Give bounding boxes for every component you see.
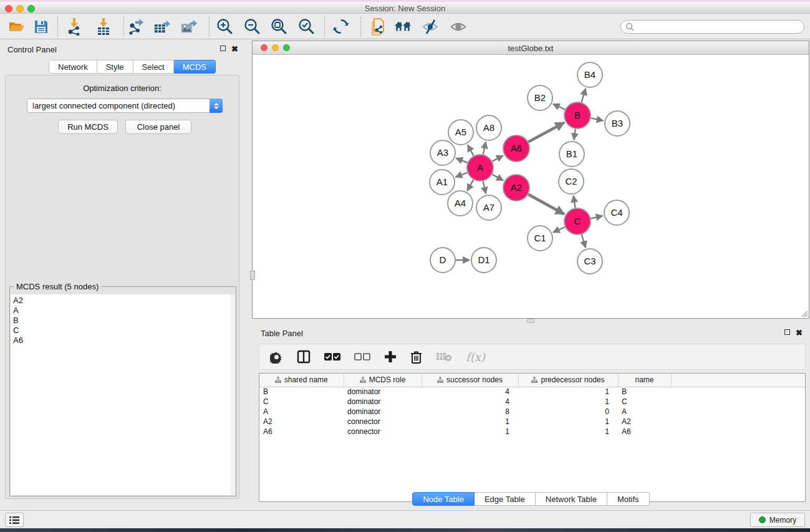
save-session-icon[interactable]: [32, 18, 50, 36]
table-cell[interactable]: A: [618, 407, 671, 417]
table-cell[interactable]: 1: [518, 427, 618, 437]
zoom-fit-icon[interactable]: [270, 18, 287, 36]
settings-gear-icon[interactable]: [270, 351, 283, 364]
graph-edge-B-B4[interactable]: [581, 89, 586, 102]
graph-edge-A-A2[interactable]: [492, 175, 503, 181]
float-panel-icon[interactable]: [220, 46, 226, 51]
network-window-titlebar[interactable]: testGlobe.txt: [253, 41, 809, 55]
mcds-result-item[interactable]: A6: [13, 336, 231, 346]
table-cell[interactable]: 4: [422, 387, 518, 397]
graph-edge-A-A5[interactable]: [468, 145, 474, 155]
table-cell[interactable]: A6: [259, 427, 344, 437]
table-cell[interactable]: connector: [344, 417, 422, 427]
table-cell[interactable]: 8: [422, 407, 518, 417]
memory-button[interactable]: Memory: [750, 513, 805, 527]
table-cell[interactable]: 0: [518, 407, 618, 417]
table-cell[interactable]: 1: [422, 427, 518, 437]
task-history-button[interactable]: [5, 513, 24, 527]
graph-edge-A-A1[interactable]: [456, 173, 468, 177]
graph-edge-A6-B[interactable]: [528, 122, 564, 142]
mcds-list-scrollbar[interactable]: [230, 294, 235, 495]
hide-details-icon[interactable]: [422, 18, 439, 36]
graph-edge-A2-C[interactable]: [528, 195, 564, 215]
graph-edge-B-B2[interactable]: [553, 104, 565, 110]
table-cell[interactable]: 1: [518, 397, 618, 407]
network-from-file-icon[interactable]: [369, 18, 386, 36]
column-header-mcds-role[interactable]: MCDS role: [344, 374, 422, 387]
float-table-panel-icon[interactable]: [784, 329, 790, 335]
delete-row-icon[interactable]: [410, 351, 422, 364]
table-row[interactable]: Adominator80A: [259, 407, 805, 417]
table-cell[interactable]: A: [259, 407, 344, 417]
refresh-icon[interactable]: [332, 18, 350, 36]
mcds-result-item[interactable]: C: [13, 326, 231, 336]
mcds-result-item[interactable]: A: [13, 306, 231, 316]
import-table-icon[interactable]: [95, 18, 112, 36]
tab-motifs[interactable]: Motifs: [607, 492, 650, 506]
run-mcds-button[interactable]: Run MCDS: [58, 120, 118, 134]
table-cell[interactable]: dominator: [344, 397, 422, 407]
delete-table-icon[interactable]: [436, 351, 452, 362]
graph-edge-A-A8[interactable]: [483, 142, 486, 154]
table-row[interactable]: A6connector11A6: [259, 427, 805, 437]
table-row[interactable]: A2connector11A2: [259, 417, 805, 427]
zoom-out-icon[interactable]: [243, 18, 261, 36]
table-cell[interactable]: 1: [422, 417, 518, 427]
graph-edge-A-A3[interactable]: [456, 158, 467, 163]
close-panel-button[interactable]: Close panel: [125, 120, 191, 134]
export-table-icon[interactable]: [153, 18, 171, 36]
graph-edge-C-C4[interactable]: [591, 216, 602, 218]
graph-edge-B-B3[interactable]: [591, 118, 604, 120]
resize-grip-icon[interactable]: [799, 309, 808, 317]
search-input[interactable]: [620, 20, 804, 34]
close-table-panel-icon[interactable]: ✖: [796, 328, 803, 337]
table-cell[interactable]: 1: [518, 417, 618, 427]
column-header-shared-name[interactable]: shared name: [259, 374, 344, 387]
export-network-icon[interactable]: [127, 18, 145, 36]
table-row[interactable]: Bdominator41B: [259, 387, 805, 397]
graph-edge-B-B1[interactable]: [574, 129, 576, 140]
table-cell[interactable]: C: [259, 397, 344, 407]
tab-mcds[interactable]: MCDS: [174, 60, 216, 74]
tab-network[interactable]: Network: [49, 60, 97, 74]
table-cell[interactable]: A6: [618, 427, 671, 437]
open-file-icon[interactable]: [7, 18, 25, 36]
table-cell[interactable]: dominator: [344, 407, 422, 417]
column-header-predecessor-nodes[interactable]: predecessor nodes: [518, 374, 618, 387]
table-cell[interactable]: 4: [422, 397, 518, 407]
zoom-selected-icon[interactable]: [297, 18, 315, 36]
table-row[interactable]: Cdominator41C: [259, 397, 805, 407]
graph-edge-C-C3[interactable]: [582, 235, 586, 248]
graph-edge-C-C2[interactable]: [574, 196, 576, 208]
deselect-all-icon[interactable]: [354, 352, 370, 361]
horizontal-splitter-handle[interactable]: [527, 319, 534, 323]
network-canvas[interactable]: AA1A2A3A4A5A6A7A8BB1B2B3B4CC1C2C3C4DD1: [253, 55, 809, 318]
network-graph[interactable]: AA1A2A3A4A5A6A7A8BB1B2B3B4CC1C2C3C4DD1: [253, 55, 809, 318]
table-cell[interactable]: A2: [618, 417, 671, 427]
table-cell[interactable]: connector: [344, 427, 422, 437]
graph-edge-A-A6[interactable]: [492, 155, 503, 161]
table-cell[interactable]: 1: [518, 387, 618, 397]
tab-select[interactable]: Select: [133, 60, 174, 74]
table-cell[interactable]: C: [618, 397, 671, 407]
select-all-icon[interactable]: [324, 352, 340, 361]
graph-edge-C-C1[interactable]: [553, 227, 565, 233]
columns-icon[interactable]: [297, 350, 311, 364]
tab-edge-table[interactable]: Edge Table: [475, 492, 536, 506]
export-image-icon[interactable]: [180, 18, 198, 36]
column-header-name[interactable]: name: [618, 374, 671, 387]
tab-style[interactable]: Style: [97, 60, 133, 74]
import-network-icon[interactable]: [65, 18, 83, 36]
criterion-dropdown[interactable]: largest connected component (directed): [27, 99, 223, 113]
mcds-result-list[interactable]: A2ABCA6: [11, 294, 231, 495]
table-cell[interactable]: A2: [259, 417, 344, 427]
tab-network-table[interactable]: Network Table: [536, 492, 607, 506]
column-header-successor-nodes[interactable]: successor nodes: [422, 374, 518, 387]
tab-node-table[interactable]: Node Table: [412, 492, 475, 506]
table-cell[interactable]: B: [259, 387, 344, 397]
add-row-icon[interactable]: [384, 351, 397, 363]
table-cell[interactable]: B: [618, 387, 671, 397]
panel-splitter-handle[interactable]: [250, 271, 255, 280]
show-details-icon[interactable]: [450, 18, 467, 36]
node-table[interactable]: shared name MCDS role successor nodes pr…: [259, 373, 806, 502]
